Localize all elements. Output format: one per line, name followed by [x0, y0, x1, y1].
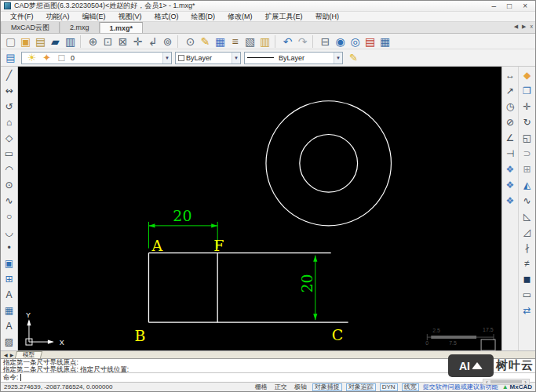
pan-icon[interactable]: ✛ [130, 34, 145, 49]
dim-angular-icon[interactable]: ∠ [503, 130, 517, 146]
toggle-对象追踪[interactable]: 对象追踪 [346, 383, 376, 391]
dim-edit-icon[interactable]: ❖ [503, 177, 517, 193]
circle-icon[interactable]: ⊙ [2, 177, 16, 193]
revision-cloud-icon[interactable]: ∿ [2, 193, 16, 209]
watermark-scrollbar[interactable]: ‹ › [483, 379, 530, 385]
ellipse-icon[interactable]: ○ [2, 209, 16, 224]
network-icon[interactable]: ◎ [348, 34, 363, 49]
scroll-left-icon[interactable]: ‹ [486, 379, 488, 386]
drawing-canvas[interactable]: 2020AFBCYX2.517.507.5 [18, 67, 501, 350]
dim-linear-icon[interactable]: ↔ [503, 67, 517, 83]
linetype-manager-icon[interactable]: ≡ [228, 34, 242, 49]
offset-icon[interactable]: ⊃ [520, 146, 534, 162]
line-icon[interactable]: ╱ [2, 67, 16, 83]
publish-web-icon[interactable]: ◉ [333, 34, 348, 49]
toggle-对象捕捉[interactable]: 对象捕捉 [312, 383, 342, 391]
join-icon[interactable]: ⇄ [520, 303, 534, 318]
document-tab-MxCAD云图[interactable]: MxCAD云图 [1, 22, 60, 33]
toggle-DYN[interactable]: DYN [380, 383, 398, 391]
mtext-icon[interactable]: A [2, 318, 16, 334]
dim-update-icon[interactable]: ❖ [503, 193, 517, 209]
spline-edit-icon[interactable]: ∿ [520, 193, 534, 209]
polyline-icon[interactable]: ↺ [2, 99, 16, 114]
point-icon[interactable]: • [2, 240, 16, 256]
save-edit-icon[interactable]: ▤ [33, 34, 48, 49]
toggle-栅格[interactable]: 栅格 [253, 383, 269, 391]
region-icon[interactable]: ▭ [520, 287, 534, 303]
redo-icon[interactable]: ↷ [295, 34, 310, 49]
copy-icon[interactable]: ❐ [520, 83, 534, 99]
tab-close-button[interactable]: x [531, 24, 534, 30]
export-pdf-icon[interactable]: ▤ [363, 34, 377, 49]
chevron-down-icon[interactable]: ▼ [334, 53, 342, 64]
minimize-button[interactable]: – [492, 2, 497, 10]
text-style-icon[interactable]: ▧ [242, 34, 257, 49]
zoom-previous-icon[interactable]: ↲ [145, 34, 160, 49]
dimension-text[interactable]: 20 [173, 207, 191, 224]
zoom-scale-icon[interactable]: ⊚ [160, 34, 175, 49]
move-icon[interactable]: ✛ [520, 99, 534, 114]
vertex-label-B[interactable]: B [135, 327, 146, 344]
properties-edit-icon[interactable]: ✎ [346, 51, 361, 65]
fillet-icon[interactable]: ◿ [520, 224, 534, 240]
chamfer-icon[interactable]: ◺ [520, 209, 534, 224]
layer-on-icon[interactable]: ☀ [24, 51, 39, 65]
rotate-icon[interactable]: ↻ [520, 114, 534, 130]
dim-style-icon[interactable]: ❖ [503, 162, 517, 177]
open-edit-icon[interactable]: ▣ [18, 34, 33, 49]
menu-功能[interactable]: 功能(A) [40, 12, 76, 22]
layer-color-icon[interactable]: □ [54, 51, 69, 65]
dimension-text[interactable]: 20 [298, 274, 315, 292]
dim-continue-icon[interactable]: ⊣ [503, 146, 517, 162]
menu-编辑[interactable]: 编辑(E) [76, 12, 112, 22]
menu-扩展工具[interactable]: 扩展工具(E) [259, 12, 309, 22]
chevron-down-icon[interactable]: ▼ [162, 53, 171, 64]
menu-视图[interactable]: 视图(V) [112, 12, 148, 22]
polygon-icon[interactable]: ⌂ [2, 114, 16, 130]
document-tab-2.mxg[interactable]: 2.mxg [60, 22, 100, 33]
maximize-button[interactable]: □ [507, 2, 512, 10]
color-select[interactable]: ByLayer ▼ [175, 52, 241, 64]
new-file-icon[interactable]: ▢ [3, 34, 18, 49]
vertex-label-C[interactable]: C [332, 326, 343, 343]
scale-icon[interactable]: ◱ [520, 130, 534, 146]
ellipse-arc-icon[interactable]: ◡ [2, 224, 16, 240]
scroll-right-icon[interactable]: › [524, 379, 527, 386]
trim-icon[interactable]: ∤ [520, 240, 534, 256]
color-palette-icon[interactable]: ▦ [213, 34, 228, 49]
layout-next-button[interactable]: ▶ [10, 352, 14, 358]
zoom-window-icon[interactable]: ⊡ [100, 34, 115, 49]
close-button[interactable]: × [523, 2, 527, 10]
draw-pencil-icon[interactable]: ✎ [198, 34, 213, 49]
erase-icon[interactable]: ◆ [520, 67, 534, 83]
print-icon[interactable]: ⊟ [318, 34, 333, 49]
block-insert-icon[interactable]: ⊞ [2, 271, 16, 287]
export-image-icon[interactable]: ▦ [377, 34, 392, 49]
polyshape-icon[interactable]: ◇ [2, 130, 16, 146]
toggle-线宽[interactable]: 线宽 [402, 383, 419, 391]
zoom-in-icon[interactable]: ⊕ [86, 34, 100, 49]
layer-lock-icon[interactable]: ✦ [39, 51, 54, 65]
dim-diameter-icon[interactable]: ⊘ [503, 114, 517, 130]
ray-icon[interactable]: ↭ [2, 83, 16, 99]
tab-next-button[interactable]: ▶ [522, 24, 526, 30]
arc-icon[interactable]: ◠ [2, 162, 16, 177]
menu-修改[interactable]: 修改(M) [221, 12, 259, 22]
document-tab-1.mxg*[interactable]: 1.mxg* [100, 22, 144, 33]
dim-radius-icon[interactable]: ◷ [503, 99, 517, 114]
find-icon[interactable]: ⊙ [183, 34, 198, 49]
dim-aligned-icon[interactable]: ↗ [503, 83, 517, 99]
toggle-极轴[interactable]: 极轴 [293, 383, 308, 391]
menu-格式[interactable]: 格式(O) [148, 12, 185, 22]
layers-manager-icon[interactable]: ▤ [3, 51, 18, 65]
extend-icon[interactable]: ≠ [520, 256, 534, 271]
menu-绘图[interactable]: 绘图(D) [185, 12, 222, 22]
vertex-label-F[interactable]: F [213, 237, 224, 254]
menu-帮助[interactable]: 帮助(H) [309, 12, 346, 22]
image-attach-icon[interactable]: ▦ [2, 303, 16, 318]
save-icon[interactable]: ▥ [63, 34, 78, 49]
hatch-icon[interactable]: ▨ [2, 334, 16, 350]
block-create-icon[interactable]: ▣ [2, 256, 16, 271]
scroll-thumb[interactable] [490, 380, 523, 383]
chevron-down-icon[interactable]: ▼ [232, 53, 240, 64]
